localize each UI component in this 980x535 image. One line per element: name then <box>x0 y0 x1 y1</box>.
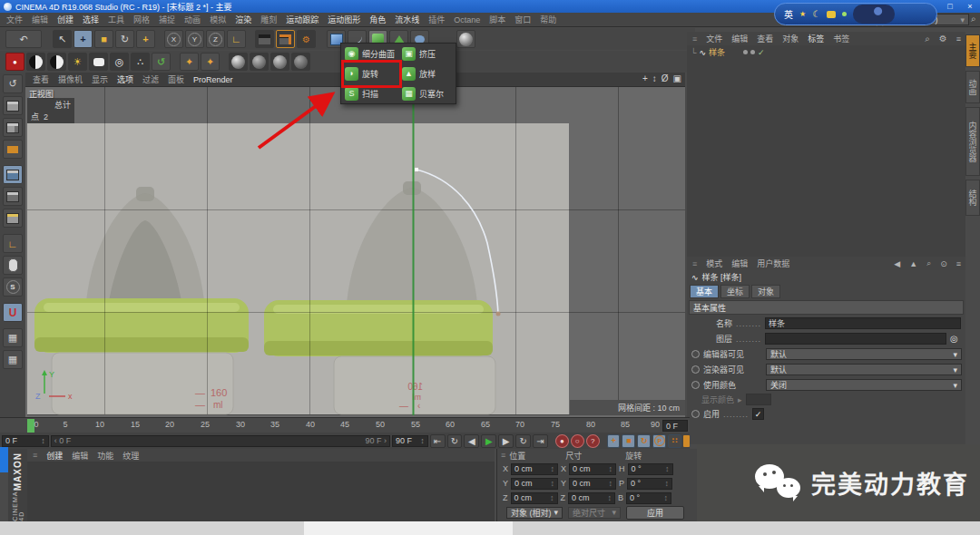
menu-mograph[interactable]: 运动图形 <box>328 14 360 25</box>
om-gear-icon[interactable]: ⚙ <box>939 34 947 44</box>
mm-menu-function[interactable]: 功能 <box>97 450 113 462</box>
workplane-rotate-icon[interactable]: ▦ <box>3 350 23 369</box>
magnet-snap-icon[interactable]: U <box>3 303 23 322</box>
area-light-button[interactable] <box>89 53 108 71</box>
stepper-icon[interactable]: ↕ <box>608 493 612 502</box>
goto-end-button[interactable]: ⇥ <box>533 434 548 448</box>
menu-simulate[interactable]: 模拟 <box>210 14 226 25</box>
object-name[interactable]: 样条 <box>709 46 725 58</box>
menu-mesh[interactable]: 网格 <box>133 14 150 25</box>
workplane-icon[interactable]: ∟ <box>3 234 23 253</box>
menu-item-loft[interactable]: ▲ 放样 <box>398 63 456 83</box>
model-mode-icon[interactable] <box>3 96 23 115</box>
menu-plugins[interactable]: 插件 <box>428 14 445 25</box>
stepper-icon[interactable]: ↕ <box>665 464 670 473</box>
pos-z-field[interactable]: 0 cm↕ <box>511 492 558 504</box>
tab-object[interactable]: 对象 <box>751 285 780 298</box>
menu-render[interactable]: 渲染 <box>235 14 251 25</box>
keyframe-dot[interactable] <box>691 410 700 418</box>
om-menu-file[interactable]: 文件 <box>706 33 722 44</box>
display-mode-a-button[interactable] <box>26 53 45 71</box>
layout-tab-main[interactable]: 主要 <box>965 34 980 67</box>
rot-p-field[interactable]: 0 °↕ <box>627 478 672 490</box>
points-mode-icon[interactable] <box>3 165 23 184</box>
spline-point-start[interactable] <box>415 168 418 171</box>
am-search-icon[interactable]: ⌕ <box>926 258 931 268</box>
frame-readout[interactable]: 0 F <box>662 420 688 432</box>
end-frame-field[interactable]: 90 F ↕ <box>392 435 428 447</box>
cycle-button[interactable]: ↻ <box>515 434 531 448</box>
menu-edit[interactable]: 编辑 <box>32 14 48 25</box>
ime-shirt-icon[interactable] <box>827 11 836 18</box>
mm-menu-create[interactable]: 创建 <box>46 450 63 462</box>
scale-tool-button[interactable]: ■ <box>94 30 113 48</box>
select-tool-button[interactable]: ↖ <box>53 30 72 48</box>
ime-language[interactable]: 英 <box>784 7 793 21</box>
om-menu-edit[interactable]: 编辑 <box>731 33 748 44</box>
panel-grip[interactable]: ≡ <box>692 34 697 44</box>
display-mode-b-button[interactable] <box>47 53 66 71</box>
menu-window[interactable]: 窗口 <box>514 14 531 25</box>
stepper-icon[interactable]: ↕ <box>41 436 45 445</box>
current-frame-field[interactable]: 0 F ↕ <box>2 435 49 447</box>
target-light-button[interactable]: ◎ <box>110 53 129 71</box>
menu-help[interactable]: 帮助 <box>540 14 556 25</box>
panel-grip[interactable]: ≡ <box>692 259 697 268</box>
convert-tool-icon[interactable]: ↺ <box>3 74 23 93</box>
play-button[interactable]: ▶ <box>481 434 496 448</box>
search-icon[interactable]: ⌕ <box>971 14 976 24</box>
uv-mode-icon[interactable] <box>3 140 23 159</box>
maximize-button[interactable]: □ <box>940 2 960 11</box>
render-active-view-button[interactable]: ● <box>5 53 24 71</box>
autokey-button[interactable]: ○ <box>571 434 584 448</box>
frame-range-slider[interactable]: ‹ 0 F 90 F › <box>51 435 390 447</box>
lock-y-button[interactable]: Y <box>185 30 204 48</box>
key-scale-toggle[interactable]: ■ <box>622 434 635 448</box>
menu-octane[interactable]: Octane <box>454 15 480 24</box>
menu-script[interactable]: 脚本 <box>489 14 505 25</box>
keyframe-dot[interactable] <box>691 381 700 389</box>
dots-light-button[interactable]: ∴ <box>131 53 150 71</box>
material-sphere-2[interactable] <box>250 53 269 71</box>
layout-tab-animate[interactable]: 动画 <box>965 71 980 103</box>
size-y-field[interactable]: 0 cm↕ <box>569 478 616 490</box>
light-button[interactable]: ☀ <box>68 53 87 71</box>
om-menu-tags[interactable]: 标签 <box>808 33 824 44</box>
pos-y-field[interactable]: 0 cm↕ <box>511 478 558 490</box>
render-picture-viewer-button[interactable] <box>276 30 295 48</box>
layout-tab-content-browser[interactable]: 内容浏览器 <box>965 107 980 176</box>
next-frame-button[interactable]: ▶ <box>498 434 514 448</box>
name-input[interactable]: 样条 <box>765 317 961 329</box>
tab-coordinates[interactable]: 坐标 <box>720 285 750 298</box>
key-rotation-toggle[interactable]: ↻ <box>637 434 651 448</box>
material-sphere-3[interactable] <box>270 53 289 71</box>
stepper-icon[interactable]: ↕ <box>551 479 555 488</box>
panel-grip[interactable]: ≡ <box>497 451 509 460</box>
move-tool-button[interactable]: + <box>74 30 93 48</box>
stepper-icon[interactable]: ↕ <box>551 464 555 473</box>
am-menu-edit[interactable]: 编辑 <box>731 258 748 269</box>
layout-tab-structure[interactable]: 结构 <box>965 180 980 216</box>
menu-animate[interactable]: 动画 <box>184 14 201 25</box>
play-backward-button[interactable]: ↻ <box>447 434 463 448</box>
render-view-button[interactable] <box>255 30 274 48</box>
om-menu-object[interactable]: 对象 <box>782 33 799 44</box>
am-lock-icon[interactable]: ⊙ <box>940 259 947 268</box>
keyframe-dot[interactable] <box>691 350 700 358</box>
om-menu-icon[interactable]: ≡ <box>956 34 965 44</box>
menu-motion-tracker[interactable]: 运动跟踪 <box>286 14 318 25</box>
rot-h-field[interactable]: 0 °↕ <box>628 463 673 475</box>
lock-z-button[interactable]: Z <box>206 30 225 48</box>
tab-basic[interactable]: 基本 <box>690 285 719 298</box>
object-row-spline[interactable]: └ ∿ 样条 ✓ <box>687 45 965 59</box>
snap-s-icon[interactable]: S <box>3 277 23 297</box>
stepper-icon[interactable]: ↕ <box>664 493 669 502</box>
timeline-ruler[interactable]: 0 5 10 15 20 25 30 35 40 45 50 55 60 65 … <box>0 417 690 433</box>
layer-input[interactable] <box>765 333 946 345</box>
joint-button[interactable]: ✦ <box>180 53 199 71</box>
spline-point-end[interactable] <box>496 312 501 316</box>
lock-x-button[interactable]: X <box>164 30 183 48</box>
stepper-icon[interactable]: ↕ <box>550 493 554 502</box>
panel-grip[interactable]: ≡ <box>33 451 37 460</box>
ime-toolbar[interactable]: 英 ★ ☾ <box>774 3 937 25</box>
